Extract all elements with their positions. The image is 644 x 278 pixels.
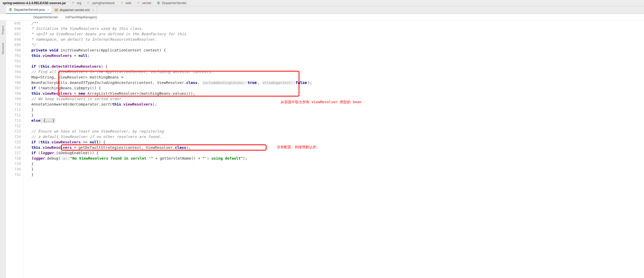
line-number: 723: [6, 129, 21, 134]
navigation-breadcrumb: spring-webmvc-4.2.4.RELEASE-sources.jar …: [0, 0, 644, 6]
tab-label: dispatcher-servlet.xml: [60, 8, 90, 12]
tool-project[interactable]: Project: [1, 24, 4, 36]
breadcrumb-class[interactable]: CDispatcherServlet: [156, 1, 187, 5]
line-number: 695: [6, 21, 21, 26]
line-number: 728: [6, 156, 21, 161]
line-number: 729: [6, 161, 21, 167]
line-number: 702: [6, 58, 21, 64]
member-breadcrumb: DispatcherServlet 〉 initFlashMapManager(…: [0, 14, 644, 21]
line-number: 706: [6, 80, 21, 85]
tab-dispatcher-servlet-java[interactable]: C DispatcherServlet.java ×: [6, 6, 52, 14]
code-content[interactable]: /** * Initialize the ViewResolvers used …: [24, 21, 644, 278]
line-number: 705: [6, 75, 21, 80]
line-number: 710: [6, 102, 21, 107]
tab-dispatcher-servlet-xml[interactable]: xml dispatcher-servlet.xml ×: [52, 6, 97, 14]
line-number: 708: [6, 91, 21, 96]
annotation-text-2: 没有配置，则使用默认的: [277, 145, 316, 150]
editor-tabs: C DispatcherServlet.java × xml dispatche…: [0, 6, 644, 14]
line-number: 704: [6, 69, 21, 75]
code-editor[interactable]: 6956966976986997007017027037047057067077…: [6, 21, 644, 278]
line-number: 707: [6, 85, 21, 91]
breadcrumb-package-org[interactable]: org: [71, 1, 82, 5]
folder-icon: [87, 1, 90, 5]
inlay-hint: o:: [61, 157, 70, 160]
folder-icon: [72, 1, 75, 5]
line-number: 727: [6, 150, 21, 156]
line-number: 711: [6, 107, 21, 112]
inlay-hint: includeNonSingletons:: [202, 81, 248, 85]
folder-icon: [121, 1, 124, 5]
class-icon: C: [9, 8, 12, 12]
line-number: 700: [6, 48, 21, 53]
breadcrumb-package-servlet[interactable]: servlet: [136, 1, 152, 5]
line-number: 713: [6, 118, 21, 123]
line-number: 709: [6, 96, 21, 102]
line-number: 703: [6, 64, 21, 69]
line-number: 697: [6, 31, 21, 37]
line-number: 726: [6, 145, 21, 150]
xml-icon: xml: [54, 8, 58, 12]
breadcrumb-package-web[interactable]: web: [120, 1, 132, 5]
tool-structure[interactable]: Structure: [1, 41, 4, 56]
line-number: 698: [6, 37, 21, 42]
inlay-hint: allowEagerInit:: [262, 81, 296, 85]
line-number-gutter: 6956966976986997007017027037047057067077…: [6, 21, 24, 278]
annotation-text-1: 从容器中取出所有 ViewResolver 类型的 bean: [281, 100, 361, 105]
crumb-method[interactable]: initFlashMapManager(): [66, 15, 97, 19]
line-number: 701: [6, 53, 21, 58]
class-icon: C: [157, 1, 160, 5]
line-number: 730: [6, 167, 21, 172]
folder-icon: [137, 1, 141, 5]
line-number: 731: [6, 172, 21, 177]
folded-block[interactable]: {...}: [40, 118, 55, 123]
close-icon[interactable]: ×: [47, 8, 49, 12]
tab-label: DispatcherServlet.java: [14, 8, 45, 12]
close-icon[interactable]: ×: [92, 8, 94, 12]
breadcrumb-package-springframework[interactable]: springframework: [86, 1, 115, 5]
line-number: 696: [6, 26, 21, 31]
line-number: 722: [6, 123, 21, 129]
tool-stripe-left: Project Structure: [0, 21, 6, 278]
line-number: 724: [6, 134, 21, 140]
line-number: 712: [6, 112, 21, 118]
line-number: 699: [6, 42, 21, 48]
line-number: 725: [6, 140, 21, 145]
crumb-class[interactable]: DispatcherServlet: [33, 15, 58, 19]
breadcrumb-jar[interactable]: spring-webmvc-4.2.4.RELEASE-sources.jar: [2, 1, 67, 5]
